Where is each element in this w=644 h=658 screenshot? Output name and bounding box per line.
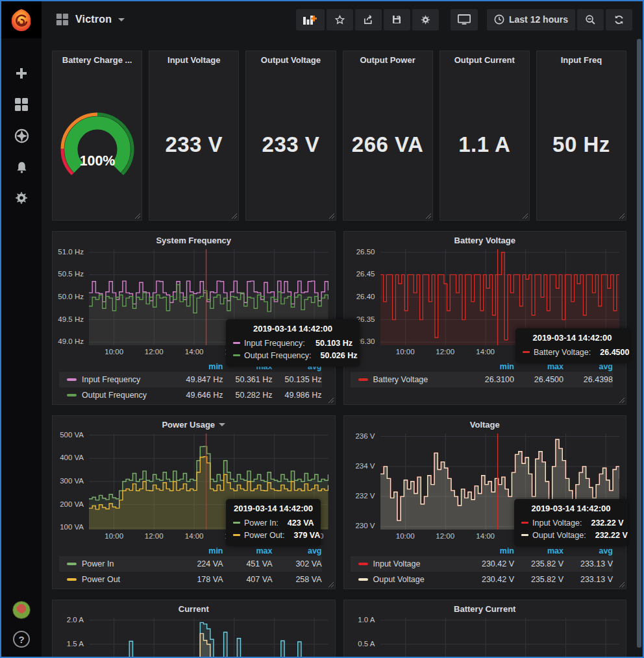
panel-resize-handle[interactable] — [232, 213, 237, 219]
chart-current: 2.0 A1.5 A1.0 A0.5 A — [53, 618, 335, 657]
panel-settings-button[interactable] — [412, 9, 439, 30]
sidebar-item-dashboards[interactable] — [14, 97, 29, 112]
gauge-value-label: 100% — [79, 152, 115, 168]
legend-header-max[interactable]: max — [223, 362, 273, 371]
panel-resize-handle[interactable] — [619, 398, 625, 403]
panel-title-text: Output Power — [360, 55, 415, 65]
legend-header-avg[interactable]: avg — [273, 362, 322, 371]
panel-title[interactable]: Output Current — [440, 51, 529, 69]
legend-header-min[interactable]: min — [174, 362, 223, 371]
user-avatar[interactable] — [12, 601, 31, 619]
help-button[interactable]: ? — [13, 631, 30, 648]
panel-title-text: Power Usage — [162, 420, 215, 430]
legend-row: Power Out178 VA407 VA258 VA — [59, 572, 322, 587]
panel-title[interactable]: Voltage — [344, 416, 626, 433]
panel-resize-handle[interactable] — [619, 213, 625, 219]
legend-header-avg[interactable]: avg — [273, 546, 322, 555]
add-panel-button[interactable] — [296, 9, 325, 30]
x-axis-label: 16:00 — [516, 348, 535, 356]
legend-min-value: 224 VA — [174, 559, 223, 568]
legend-header-min[interactable]: min — [465, 546, 514, 555]
x-axis-label: 14:00 — [476, 532, 495, 540]
x-axis-label: 16:00 — [225, 532, 243, 540]
panel-resize-handle[interactable] — [329, 213, 334, 219]
legend-header-avg[interactable]: avg — [564, 546, 613, 555]
legend-avg-value: 258 VA — [273, 575, 322, 584]
legend-avg-value: 233.13 V — [564, 559, 613, 568]
panel-title[interactable]: Current — [53, 600, 335, 618]
legend-max-value: 407 VA — [223, 575, 273, 584]
panel-resize-handle[interactable] — [619, 582, 625, 587]
legend-header-max[interactable]: max — [514, 546, 564, 555]
legend-header-max[interactable]: max — [223, 546, 273, 555]
refresh-button[interactable] — [606, 9, 632, 30]
chart-battery-current: 1.0 A0.5 A — [344, 618, 626, 657]
zoom-out-button[interactable] — [577, 9, 604, 30]
graph-row-3: Current2.0 A1.5 A1.0 A0.5 A10:0012:0014:… — [52, 600, 626, 657]
panel-title[interactable]: Battery Voltage — [344, 232, 626, 249]
legend-series-name[interactable]: Input Frequency — [82, 375, 140, 384]
add-panel-icon — [303, 14, 317, 25]
legend-series-name[interactable]: Power In — [82, 559, 114, 568]
y-axis-label: 236 V — [355, 432, 375, 440]
save-dashboard-button[interactable] — [384, 9, 410, 30]
legend-header-min[interactable]: min — [174, 546, 223, 555]
legend-avg-value: 49.986 Hz — [273, 391, 322, 400]
battery-charge-gauge: 100% — [53, 69, 142, 220]
legend-avg-value: 233.13 V — [564, 575, 613, 584]
legend-max-value: 26.4500 — [514, 375, 564, 384]
panel-title[interactable]: Input Freq — [537, 51, 626, 69]
legend-series-name[interactable]: Power Out — [82, 575, 120, 584]
tv-mode-button[interactable] — [451, 9, 478, 30]
panel-title[interactable]: Battery Charge ... — [53, 51, 142, 69]
panel-title[interactable]: Power Usage — [53, 416, 335, 433]
save-icon — [391, 14, 402, 25]
sidebar-item-alerting[interactable] — [14, 159, 29, 175]
sidebar: ? — [1, 1, 42, 657]
legend-header-avg[interactable]: avg — [564, 362, 613, 371]
panel-resize-handle[interactable] — [523, 213, 528, 219]
sidebar-item-explore[interactable] — [14, 128, 29, 143]
time-range-picker[interactable]: Last 12 hours — [487, 9, 575, 30]
x-axis: 10:0012:0014:0016:0018:0020:00 — [89, 531, 328, 544]
panel-resize-handle[interactable] — [135, 213, 140, 219]
panel-title-text: Battery Charge ... — [62, 55, 132, 65]
panel-title[interactable]: Output Voltage — [246, 51, 335, 69]
panel-title[interactable]: Output Power — [343, 51, 432, 69]
legend-series-name[interactable]: Ouput Voltage — [373, 575, 425, 584]
dashboard-grid-icon — [56, 13, 69, 26]
panel-title-text: Output Current — [454, 55, 515, 65]
y-axis-label: 51.0 Hz — [58, 248, 84, 256]
stat-value: 266 VA — [343, 69, 432, 220]
y-axis-label: 1.0 A — [358, 616, 375, 624]
grafana-logo[interactable] — [1, 1, 42, 38]
scrollbar-thumb[interactable] — [637, 39, 641, 648]
navbar: Victron — [42, 1, 643, 38]
panel-resize-handle[interactable] — [426, 213, 431, 219]
star-dashboard-button[interactable] — [327, 9, 353, 30]
panel-title[interactable]: Battery Current — [344, 600, 626, 618]
x-axis-label: 18:00 — [265, 348, 284, 356]
legend-series-name[interactable]: Battery Voltage — [373, 375, 428, 384]
x-axis-label: 20:00 — [305, 348, 324, 356]
panel-title[interactable]: Input Voltage — [149, 51, 238, 69]
sidebar-item-configuration[interactable] — [14, 190, 29, 206]
panel-resize-handle[interactable] — [328, 582, 334, 587]
legend-header-min[interactable]: min — [465, 362, 514, 371]
plot-area — [380, 618, 620, 657]
legend-series-name[interactable]: Input Voltage — [373, 559, 421, 568]
x-axis-label: 10:00 — [396, 532, 415, 540]
panel-title[interactable]: System Frequency — [53, 232, 335, 249]
legend-series-name[interactable]: Output Frequency — [82, 391, 147, 400]
panel-output-current: Output Current1.1 A — [440, 51, 530, 221]
sidebar-item-create[interactable] — [14, 66, 29, 81]
share-dashboard-button[interactable] — [355, 9, 382, 30]
plot-area — [89, 249, 328, 345]
panel-title-text: System Frequency — [156, 236, 231, 245]
series-swatch — [67, 563, 77, 565]
y-axis-label: 1.5 A — [67, 640, 84, 648]
panel-title-text: Battery Voltage — [454, 236, 515, 245]
panel-resize-handle[interactable] — [328, 398, 334, 403]
legend-header-max[interactable]: max — [514, 362, 564, 371]
dashboard-picker[interactable]: Victron — [56, 13, 125, 26]
